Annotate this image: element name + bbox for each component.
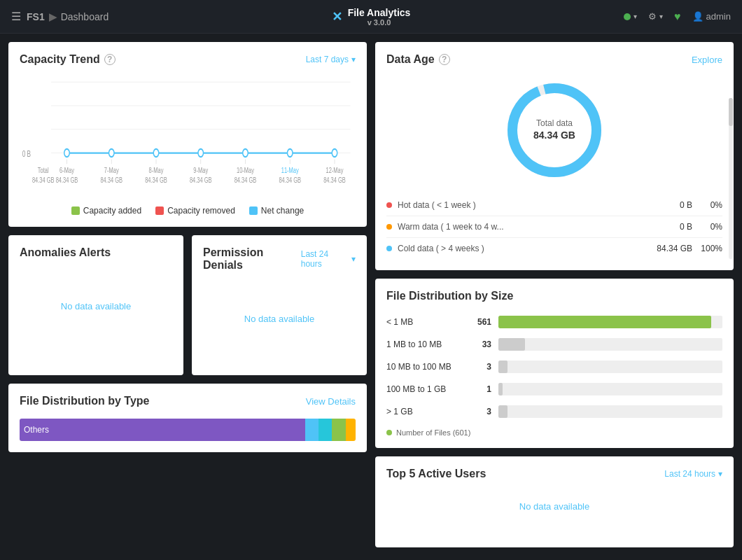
chart-legend: Capacity added Capacity removed Net chan… bbox=[20, 206, 356, 216]
file-dist-type-header: File Distribution by Type View Details bbox=[20, 395, 356, 407]
scrollbar[interactable] bbox=[728, 98, 734, 259]
donut-chart-container: Total data 84.34 GB bbox=[386, 74, 722, 186]
warm-data-label: Warm data ( 1 week to 4 w... bbox=[398, 222, 645, 232]
svg-text:6-May: 6-May bbox=[59, 165, 74, 174]
donut-center-value: 84.34 GB bbox=[533, 130, 575, 141]
data-age-title: Data Age bbox=[386, 53, 435, 66]
svg-text:84.34 GB: 84.34 GB bbox=[100, 176, 122, 185]
svg-text:84.34 GB: 84.34 GB bbox=[234, 176, 257, 185]
dist-bar-container-10mb bbox=[498, 338, 722, 351]
svg-point-8 bbox=[198, 149, 204, 157]
app-version: v 3.0.0 bbox=[348, 18, 411, 27]
hot-data-pct: 0% bbox=[698, 200, 722, 210]
capacity-trend-help-icon[interactable]: ? bbox=[104, 54, 115, 65]
cold-data-pct: 100% bbox=[698, 244, 722, 253]
legend-added-color bbox=[71, 206, 80, 215]
file-dist-size-header: File Distribution by Size bbox=[386, 290, 722, 302]
user-menu[interactable]: 👤 admin bbox=[692, 11, 731, 22]
capacity-trend-card: Capacity Trend ? Last 7 days ▾ 0 B bbox=[8, 42, 367, 227]
health-icon[interactable]: ♥ bbox=[674, 10, 681, 23]
dist-row-1gb: 100 MB to 1 GB 1 bbox=[386, 378, 722, 400]
data-age-title-group: Data Age ? bbox=[386, 53, 450, 66]
svg-text:84.34 GB: 84.34 GB bbox=[323, 176, 346, 185]
dist-bar-container-100mb bbox=[498, 360, 722, 373]
top-active-users-card: Top 5 Active Users Last 24 hours ▾ No da… bbox=[375, 456, 734, 547]
status-dot bbox=[624, 13, 631, 20]
dist-row-100mb: 10 MB to 100 MB 3 bbox=[386, 356, 722, 378]
legend-capacity-added: Capacity added bbox=[71, 206, 141, 216]
chevron-down-icon-2: ▾ bbox=[659, 13, 663, 20]
data-age-header: Data Age ? Explore bbox=[386, 53, 722, 66]
dist-bar-10mb bbox=[498, 338, 525, 351]
type-bar-container: Others bbox=[20, 419, 356, 441]
dist-note-label: Number of Files (601) bbox=[396, 428, 470, 437]
dist-bar-1gb bbox=[498, 383, 503, 396]
svg-point-6 bbox=[109, 149, 115, 157]
legend-removed-label: Capacity removed bbox=[167, 206, 235, 216]
dist-label-10mb: 1 MB to 10 MB bbox=[386, 340, 456, 349]
svg-text:84.34 GB: 84.34 GB bbox=[145, 176, 167, 185]
svg-text:9-May: 9-May bbox=[193, 165, 208, 174]
segment-3 bbox=[318, 419, 332, 441]
data-age-help-icon[interactable]: ? bbox=[439, 54, 450, 65]
dist-bar-container-gt1gb bbox=[498, 405, 722, 418]
menu-icon[interactable]: ☰ bbox=[11, 10, 21, 23]
dist-bar-container-1gb bbox=[498, 383, 722, 396]
top-users-time-filter[interactable]: Last 24 hours ▾ bbox=[664, 469, 722, 479]
app-title-group: ✕ File Analytics v 3.0.0 bbox=[332, 7, 411, 27]
anomalies-no-data: No data available bbox=[20, 301, 172, 312]
capacity-trend-title-group: Capacity Trend ? bbox=[20, 53, 115, 66]
left-column: Capacity Trend ? Last 7 days ▾ 0 B bbox=[8, 42, 367, 552]
capacity-trend-chart: 0 B Total 84.34 GB 6-May 84.34 GB bbox=[20, 74, 356, 200]
svg-text:84.34 GB: 84.34 GB bbox=[32, 176, 55, 185]
chevron-down-icon-4: ▾ bbox=[351, 254, 356, 264]
dist-note: Number of Files (601) bbox=[386, 428, 722, 437]
svg-text:Total: Total bbox=[38, 165, 49, 174]
app-logo: ✕ bbox=[332, 9, 342, 24]
data-row-cold: Cold data ( > 4 weeks ) 84.34 GB 100% bbox=[386, 238, 722, 259]
view-details-link[interactable]: View Details bbox=[306, 396, 356, 407]
capacity-trend-time-filter[interactable]: Last 7 days ▾ bbox=[306, 55, 356, 64]
file-dist-type-card: File Distribution by Type View Details O… bbox=[8, 384, 367, 452]
header-left: ☰ FS1 ▶ Dashboard bbox=[11, 10, 108, 23]
segment-others-label: Others bbox=[24, 425, 49, 435]
dist-count-100mb: 3 bbox=[463, 362, 491, 372]
cold-data-value: 84.34 GB bbox=[650, 244, 692, 253]
dist-bar-100mb bbox=[498, 360, 507, 373]
svg-point-11 bbox=[332, 149, 337, 157]
svg-text:8-May: 8-May bbox=[149, 165, 164, 174]
hot-data-dot bbox=[386, 202, 392, 208]
explore-link[interactable]: Explore bbox=[692, 55, 722, 65]
breadcrumb-app[interactable]: FS1 bbox=[27, 11, 45, 22]
user-icon: 👤 bbox=[692, 11, 704, 22]
warm-data-pct: 0% bbox=[698, 222, 722, 232]
warm-data-dot bbox=[386, 224, 392, 230]
admin-label: admin bbox=[706, 11, 731, 22]
segment-others: Others bbox=[20, 419, 305, 441]
warm-data-value: 0 B bbox=[650, 222, 692, 232]
legend-net-color bbox=[249, 206, 258, 215]
breadcrumb: FS1 ▶ Dashboard bbox=[27, 11, 108, 22]
chevron-down-icon: ▾ bbox=[634, 13, 637, 20]
legend-removed-color bbox=[155, 206, 164, 215]
settings-button[interactable]: ⚙ ▾ bbox=[648, 11, 663, 22]
svg-point-10 bbox=[288, 149, 293, 157]
legend-net-label: Net change bbox=[261, 206, 304, 216]
permission-denials-time-filter[interactable]: Last 24 hours ▾ bbox=[301, 249, 356, 269]
dist-label-100mb: 10 MB to 100 MB bbox=[386, 362, 456, 372]
chevron-down-icon-5: ▾ bbox=[718, 469, 722, 479]
app-name: File Analytics bbox=[348, 7, 411, 18]
segment-4 bbox=[332, 419, 345, 441]
cold-data-label: Cold data ( > 4 weeks ) bbox=[398, 244, 645, 253]
dist-row-10mb: 1 MB to 10 MB 33 bbox=[386, 333, 722, 356]
file-dist-size-card: File Distribution by Size < 1 MB 561 1 M… bbox=[375, 279, 734, 448]
status-indicator[interactable]: ▾ bbox=[624, 13, 637, 20]
top-active-users-title: Top 5 Active Users bbox=[386, 468, 486, 480]
dist-note-dot bbox=[386, 430, 392, 435]
stacked-bar: Others bbox=[20, 419, 356, 441]
data-age-rows: Hot data ( < 1 week ) 0 B 0% Warm data (… bbox=[386, 195, 722, 259]
permission-denials-header: Permission Denials Last 24 hours ▾ bbox=[203, 246, 356, 272]
svg-text:84.34 GB: 84.34 GB bbox=[190, 176, 212, 185]
dist-row-1mb: < 1 MB 561 bbox=[386, 311, 722, 333]
breadcrumb-page: Dashboard bbox=[61, 11, 109, 22]
